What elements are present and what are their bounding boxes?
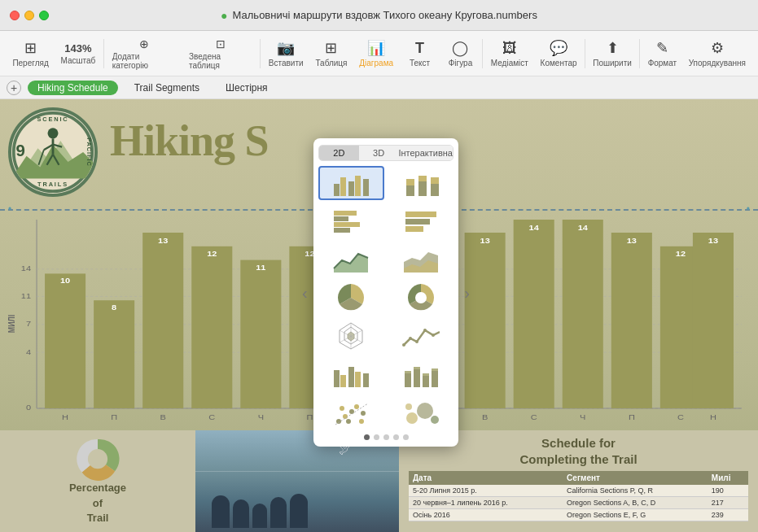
tab-2d[interactable]: 2D [319, 146, 359, 160]
bar2-icon [332, 360, 370, 389]
logo-circle: SCENIC PACIFIC TRAILS 9 [8, 107, 98, 197]
svg-point-94 [336, 419, 341, 424]
toolbar-add-category[interactable]: ⊕ Додати категорію [106, 34, 182, 73]
chart-type-scatter[interactable] [318, 395, 384, 430]
chart-type-horiz-stacked[interactable] [388, 204, 454, 238]
toolbar-organize[interactable]: ⚙ Упорядкування [683, 36, 751, 71]
svg-rect-55 [363, 179, 369, 196]
numbers-icon: ● [221, 9, 227, 22]
svg-text:7: 7 [26, 320, 32, 328]
chart-type-pie[interactable] [318, 281, 384, 315]
col-segment: Сегмент [563, 471, 708, 485]
tab-trail-segments[interactable]: Trail Segments [125, 81, 209, 95]
popup-next-arrow[interactable]: › [464, 283, 470, 302]
svg-point-101 [359, 419, 364, 424]
tab-row: + Hiking Schedule Trail Segments Шестірн… [0, 76, 758, 99]
bar-9 [563, 220, 603, 408]
svg-point-99 [340, 406, 344, 411]
svg-rect-86 [405, 373, 411, 387]
organize-icon: ⚙ [711, 39, 724, 57]
tab-interactive[interactable]: Інтерактивна [398, 146, 453, 160]
toolbar-view[interactable]: ⊞ Перегляд [7, 36, 55, 71]
bar-1 [94, 300, 134, 408]
svg-point-105 [431, 416, 439, 424]
comment-icon: 💬 [550, 39, 567, 57]
nav-dot-3[interactable] [393, 434, 399, 440]
traffic-lights [10, 11, 49, 20]
toolbar-shape[interactable]: ◯ Фігура [440, 36, 480, 71]
chart-type-popup: ‹ › 2D 3D Інтерактивна [313, 138, 458, 447]
bar-10 [611, 233, 652, 408]
toolbar-summary-table[interactable]: ⊡ Зведена таблиця [182, 34, 258, 73]
chart-type-donut[interactable] [388, 281, 454, 315]
popup-nav-dots [318, 434, 453, 440]
nav-dot-0[interactable] [364, 434, 370, 440]
svg-rect-65 [334, 228, 350, 233]
bar-7 [465, 233, 506, 408]
svg-rect-93 [432, 368, 438, 371]
radar-icon [335, 321, 367, 351]
svg-text:В: В [482, 413, 489, 421]
toolbar-insert[interactable]: 📷 Вставити [262, 36, 309, 71]
minimize-button[interactable] [24, 11, 34, 20]
chart-type-area[interactable] [318, 242, 384, 277]
svg-rect-57 [406, 179, 414, 185]
logo-area: SCENIC PACIFIC TRAILS 9 [8, 107, 106, 205]
svg-point-1 [48, 128, 59, 138]
tab-shestirniya[interactable]: Шестірня [216, 81, 278, 95]
pie-label: Percentage of Trail [69, 481, 126, 525]
svg-text:14: 14 [21, 264, 32, 273]
nav-dot-2[interactable] [383, 434, 389, 440]
tab-3d[interactable]: 3D [359, 146, 399, 160]
svg-text:В: В [160, 413, 167, 421]
toolbar-table[interactable]: ⊞ Таблиця [309, 36, 353, 71]
toolbar-text[interactable]: T Текст [399, 37, 440, 71]
toolbar-divider-5 [639, 39, 640, 68]
fullscreen-button[interactable] [39, 11, 49, 20]
scatter-icon [332, 399, 370, 427]
line-icon [402, 322, 440, 351]
chart-type-bar3d[interactable] [388, 357, 454, 391]
close-button[interactable] [10, 11, 20, 20]
chart-type-area-stacked[interactable] [388, 242, 454, 277]
toolbar-zoom[interactable]: 143% Масштаб [55, 39, 102, 68]
svg-text:0: 0 [26, 403, 32, 412]
toolbar-media[interactable]: 🖼 Медіаміст [484, 37, 534, 71]
svg-text:13: 13 [158, 237, 169, 245]
col-miles: Милі [708, 471, 748, 485]
share-icon: ⬆ [607, 39, 619, 57]
chart-type-bar2[interactable] [318, 357, 384, 391]
svg-rect-92 [432, 370, 438, 387]
people-silhouettes [212, 494, 308, 528]
donut-icon [405, 282, 437, 313]
toolbar-share[interactable]: ⬆ Поширити [587, 36, 638, 71]
chart-type-stacked-bar[interactable] [388, 166, 454, 200]
svg-rect-84 [355, 372, 361, 387]
svg-rect-87 [405, 371, 411, 373]
nav-dot-1[interactable] [374, 434, 379, 440]
chart-type-grouped-bar[interactable] [318, 166, 384, 200]
svg-text:9: 9 [15, 142, 24, 159]
area-icon [332, 246, 370, 274]
bar-12 [693, 233, 734, 408]
svg-rect-81 [334, 370, 340, 387]
add-tab-button[interactable]: + [7, 81, 21, 95]
table-row: 20 червня–1 липень 2016 р. Oregon Sectio… [409, 497, 748, 509]
svg-rect-61 [431, 177, 439, 184]
nav-dot-4[interactable] [403, 434, 409, 440]
svg-text:П: П [306, 413, 313, 421]
chart-type-horiz-grouped[interactable] [318, 204, 384, 238]
popup-prev-arrow[interactable]: ‹ [302, 283, 308, 302]
svg-text:13: 13 [627, 237, 638, 245]
bar-8 [514, 220, 554, 408]
svg-rect-63 [334, 216, 348, 221]
toolbar-format[interactable]: ✎ Формат [642, 36, 683, 71]
chart-type-radar[interactable] [318, 319, 384, 353]
chart-type-bubble[interactable] [388, 395, 454, 430]
toolbar-comment[interactable]: 💬 Коментар [534, 36, 583, 71]
chart-type-line[interactable] [388, 319, 454, 353]
svg-text:4: 4 [26, 348, 32, 356]
toolbar-chart[interactable]: 📊 Діаграма [353, 36, 400, 71]
bar-3 [191, 246, 232, 408]
tab-hiking-schedule[interactable]: Hiking Schedule [28, 81, 118, 95]
